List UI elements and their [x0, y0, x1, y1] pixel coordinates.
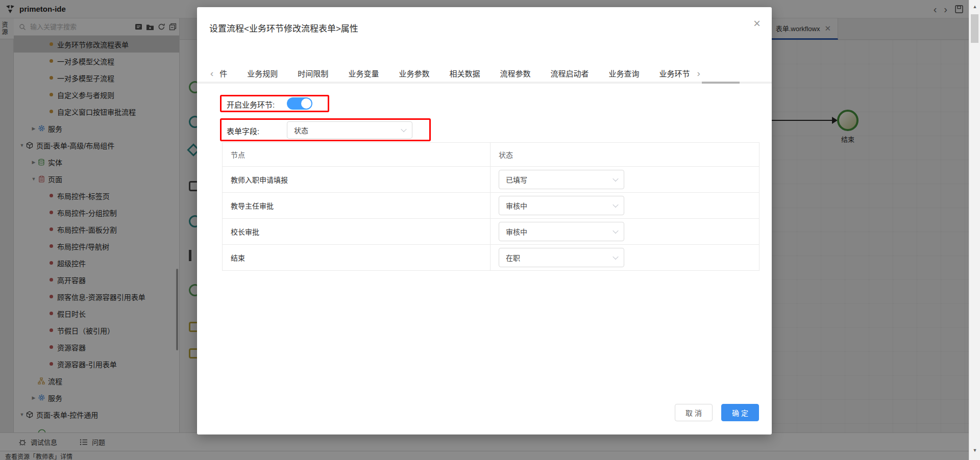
ok-button[interactable]: 确 定	[721, 404, 759, 421]
node-status-cell: 在职	[491, 245, 759, 270]
chevron-down-icon	[612, 254, 618, 260]
cancel-button[interactable]: 取 消	[675, 404, 713, 421]
form-field-select[interactable]: 状态	[287, 121, 412, 139]
tabs-scroll-right-icon[interactable]: ›	[697, 68, 700, 78]
status-select-value: 审核中	[506, 226, 527, 237]
toggle-knob	[301, 98, 311, 109]
status-select[interactable]: 审核中	[499, 222, 624, 241]
node-status-cell: 已填写	[491, 167, 759, 192]
dialog-tab-相关数据[interactable]: 相关数据	[449, 68, 480, 79]
dialog-tab-业务规则[interactable]: 业务规则	[247, 68, 278, 79]
tabs-scroll-left-icon[interactable]: ‹	[210, 68, 213, 78]
tabbar-scroll-track	[197, 82, 772, 84]
scroll-down-icon[interactable]: ▼	[969, 448, 980, 453]
scroll-up-icon[interactable]: ▲	[969, 4, 980, 9]
status-select-value: 审核中	[506, 200, 527, 211]
dialog-tab-流程启动者[interactable]: 流程启动者	[550, 68, 589, 79]
status-select[interactable]: 已填写	[499, 170, 624, 189]
dialog-tab-时间限制[interactable]: 时间限制	[298, 68, 328, 79]
table-header-row: 节点状态	[223, 143, 759, 167]
status-select-value: 已填写	[506, 174, 527, 185]
chevron-down-icon	[612, 202, 618, 208]
dialog-tab-业务变量[interactable]: 业务变量	[348, 68, 379, 79]
table-header-cell: 节点	[223, 143, 491, 166]
dialog-title: 设置流程<业务环节修改流程表单>属性	[209, 21, 358, 34]
dialog-tab-件[interactable]: 件	[219, 68, 227, 79]
node-name-cell: 教师入职申请填报	[223, 167, 491, 192]
form-field-value: 状态	[294, 125, 308, 135]
dialog-tab-流程参数[interactable]: 流程参数	[500, 68, 530, 79]
dialog-tab-业务查询[interactable]: 业务查询	[608, 68, 639, 79]
screen: primeton-ide ‹ › 资源 业务环节修改流程表单一对多模型父流程一对…	[0, 0, 980, 460]
status-select[interactable]: 在职	[499, 248, 624, 267]
dialog-close-icon[interactable]: ×	[753, 17, 761, 30]
process-properties-dialog: 设置流程<业务环节修改流程表单>属性 × ‹ 件业务规则时间限制业务变量业务参数…	[197, 7, 772, 435]
scrollbar-thumb[interactable]	[971, 14, 978, 43]
dialog-tab-业务参数[interactable]: 业务参数	[399, 68, 429, 79]
enable-business-stage-toggle[interactable]	[287, 97, 312, 110]
table-header-cell: 状态	[491, 143, 759, 166]
status-select[interactable]: 审核中	[499, 196, 624, 215]
status-select-value: 在职	[506, 252, 520, 263]
node-name-cell: 校长审批	[223, 219, 491, 244]
dialog-tabbar: ‹ 件业务规则时间限制业务变量业务参数相关数据流程参数流程启动者业务查询业务环节…	[210, 64, 762, 82]
page-scrollbar[interactable]: ▲ ▼	[969, 0, 980, 460]
chevron-down-icon	[401, 126, 406, 132]
chevron-down-icon	[612, 176, 618, 182]
node-status-cell: 审核中	[491, 219, 759, 244]
node-status-cell: 审核中	[491, 193, 759, 218]
dialog-tab-业务环节[interactable]: 业务环节	[659, 68, 690, 79]
table-row: 结束在职	[223, 245, 759, 270]
node-status-table: 节点状态教师入职申请填报已填写教导主任审批审核中校长审批审核中结束在职	[222, 142, 760, 271]
node-name-cell: 教导主任审批	[223, 193, 491, 218]
table-row: 教师入职申请填报已填写	[223, 167, 759, 193]
node-name-cell: 结束	[223, 245, 491, 270]
table-row: 教导主任审批审核中	[223, 193, 759, 219]
chevron-down-icon	[612, 228, 618, 234]
tabbar-scroll-thumb[interactable]	[702, 82, 740, 84]
form-field-label: 表单字段:	[227, 125, 259, 136]
table-row: 校长审批审核中	[223, 219, 759, 245]
toggle-label: 开启业务环节:	[227, 99, 275, 110]
